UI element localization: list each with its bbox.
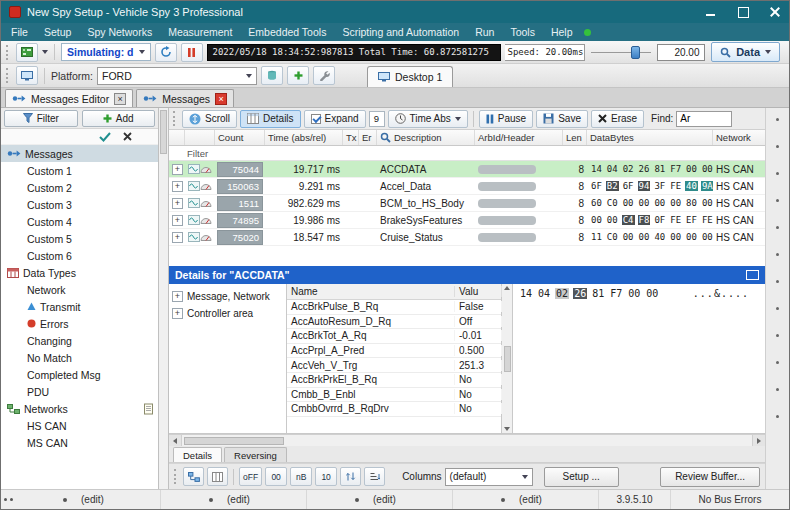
expander-icon[interactable]: + — [172, 308, 183, 319]
sidebar-item-messages[interactable]: Messages — [1, 145, 158, 162]
logon-button[interactable] — [16, 66, 38, 85]
signal-row[interactable]: CmbbOvrrd_B_RqDrvNo — [287, 402, 501, 417]
details-button[interactable]: Details — [240, 110, 301, 128]
column-header-count[interactable]: Count — [215, 130, 265, 145]
column-header-arbid-header[interactable]: ArbId/Header — [475, 130, 563, 145]
doc-tab-messages-editor[interactable]: Messages Editor× — [5, 89, 133, 107]
sidebar-item-custom-2[interactable]: Custom 2 — [1, 179, 158, 196]
sidebar-item-pdu[interactable]: PDU — [1, 383, 158, 400]
erase-button[interactable]: Erase — [591, 110, 644, 128]
sidebar-item-ms-can[interactable]: MS CAN — [1, 434, 158, 451]
scrollbar-thumb[interactable] — [184, 437, 284, 445]
sidebar-scrollbar[interactable] — [159, 108, 169, 489]
database-button[interactable] — [261, 66, 283, 85]
scroll-left-icon[interactable] — [169, 435, 182, 446]
toolbar-button-off[interactable]: oFF — [239, 467, 262, 486]
column-header-tx[interactable]: Tx — [343, 130, 359, 145]
signal-row[interactable]: AccBrkPulse_B_RqFalse — [287, 300, 501, 315]
close-tab-icon[interactable]: × — [215, 93, 227, 105]
data-button[interactable]: Data — [711, 42, 780, 62]
doc-tab-messages[interactable]: Messages× — [136, 89, 234, 107]
columns-dropdown[interactable]: (default) — [445, 468, 533, 486]
signal-row[interactable]: AccBrkTot_A_Rq-0.01 — [287, 329, 501, 344]
checkbox-checked-icon[interactable] — [311, 114, 321, 124]
setup-button[interactable]: Setup ... — [544, 467, 619, 487]
stop-button[interactable] — [181, 43, 203, 62]
message-row[interactable]: +7502018.547 msCruise_Status811C00000400… — [169, 229, 765, 246]
sidebar-item-network[interactable]: Network — [1, 281, 158, 298]
sidebar-item-changing[interactable]: Changing — [1, 332, 158, 349]
column-header-network[interactable]: Network — [713, 130, 767, 145]
scroll-button[interactable]: Scroll — [182, 110, 237, 128]
signal-scrollbar[interactable] — [502, 284, 513, 433]
scroll-right-icon[interactable] — [752, 435, 765, 446]
menu-item-file[interactable]: File — [3, 23, 36, 41]
minimize-icon[interactable] — [705, 6, 717, 18]
sidebar-item-errors[interactable]: Errors — [1, 315, 158, 332]
column-header-len[interactable]: Len — [563, 130, 587, 145]
network-view-button[interactable] — [183, 467, 204, 486]
toolbar-button-nb[interactable]: nB — [290, 467, 312, 486]
updown-button[interactable] — [340, 467, 361, 486]
sidebar-item-custom-4[interactable]: Custom 4 — [1, 213, 158, 230]
expander-icon[interactable]: + — [172, 232, 183, 243]
tab-reversing[interactable]: Reversing — [224, 447, 287, 462]
menu-item-spy-networks[interactable]: Spy Networks — [79, 23, 160, 41]
message-row[interactable]: +7504419.717 msACCDATA81404022681F70000H… — [169, 161, 765, 178]
slider-handle[interactable] — [631, 46, 640, 59]
hardware-button[interactable] — [16, 43, 38, 62]
sidebar-item-no-match[interactable]: No Match — [1, 349, 158, 366]
sidebar-item-hs-can[interactable]: HS CAN — [1, 417, 158, 434]
column-view-button[interactable] — [207, 467, 228, 486]
review-buffer-button[interactable]: Review Buffer... — [660, 467, 760, 487]
sidebar-item-custom-3[interactable]: Custom 3 — [1, 196, 158, 213]
expand-count-box[interactable]: 9 — [369, 111, 385, 127]
menu-item-help[interactable]: Help — [543, 23, 581, 41]
signal-column-value[interactable]: Valu — [455, 286, 502, 297]
speed-value-field[interactable]: 20.00 — [657, 44, 705, 61]
toolbar-grip[interactable] — [6, 68, 10, 83]
message-row[interactable]: +1500639.291 msAccel_Data86FB26F943FFE40… — [169, 178, 765, 195]
sidebar-item-custom-5[interactable]: Custom 5 — [1, 230, 158, 247]
menu-item-setup[interactable]: Setup — [36, 23, 79, 41]
details-tree-item-message-network[interactable]: +Message, Network — [172, 288, 283, 305]
expander-icon[interactable]: + — [172, 181, 183, 192]
sidebar-item-custom-6[interactable]: Custom 6 — [1, 247, 158, 264]
expand-toggle[interactable]: Expand — [304, 110, 366, 128]
sidebar-item-transmit[interactable]: Transmit — [1, 298, 158, 315]
simulating-dropdown[interactable]: Simulating: d — [61, 43, 151, 61]
column-header-er[interactable]: Er — [359, 130, 377, 145]
toolbar-grip[interactable] — [174, 469, 178, 484]
close-icon[interactable] — [769, 6, 781, 18]
menu-item-tools[interactable]: Tools — [502, 23, 543, 41]
speed-slider[interactable] — [589, 44, 653, 61]
platform-tools-button[interactable] — [313, 66, 335, 85]
toolbar-grip[interactable] — [6, 45, 10, 60]
find-input[interactable] — [676, 111, 732, 127]
pause-button[interactable]: Pause — [479, 110, 533, 128]
time-mode-dropdown[interactable]: Time Abs — [388, 110, 468, 128]
toolbar-button-00[interactable]: 00 — [265, 467, 287, 486]
signal-row[interactable]: AccAutoResum_D_RqOff — [287, 315, 501, 330]
add-platform-button[interactable] — [287, 66, 309, 85]
toolbar-grip[interactable] — [173, 111, 177, 126]
column-header-description[interactable]: Description — [377, 130, 475, 145]
message-row[interactable]: +1511982.629 msBCM_to_HS_Body860C0000000… — [169, 195, 765, 212]
refresh-button[interactable] — [155, 43, 177, 62]
sort-button[interactable] — [364, 467, 385, 486]
maximize-icon[interactable] — [737, 6, 749, 18]
tab-details[interactable]: Details — [173, 447, 222, 462]
add-button[interactable]: Add — [82, 110, 156, 127]
signal-column-name[interactable]: Name — [287, 286, 455, 297]
scroll-down-icon[interactable] — [504, 427, 510, 431]
scroll-up-icon[interactable] — [504, 286, 510, 290]
expander-icon[interactable]: + — [172, 291, 183, 302]
chevron-down-icon[interactable] — [42, 50, 48, 54]
signal-row[interactable]: AccPrpl_A_Pred0.500 — [287, 344, 501, 359]
menu-item-embedded-tools[interactable]: Embedded Tools — [240, 23, 334, 41]
filter-button[interactable]: Filter — [4, 110, 78, 127]
close-tab-icon[interactable]: × — [114, 93, 126, 105]
uncheck-all-icon[interactable] — [123, 132, 132, 141]
expander-icon[interactable]: + — [172, 198, 183, 209]
details-tree-item-controller-area[interactable]: +Controller area — [172, 305, 283, 322]
